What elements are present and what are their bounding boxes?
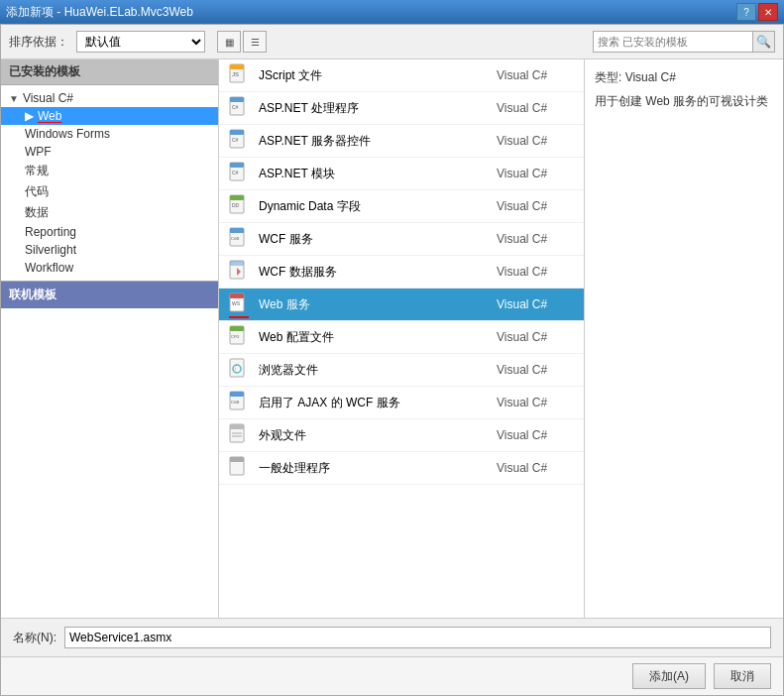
expand-arrow: ▼ (9, 93, 19, 104)
file-name-browser-file: 浏览器文件 (259, 362, 489, 379)
online-templates-label: 联机模板 (9, 288, 56, 301)
svg-text:C#⚙: C#⚙ (231, 400, 240, 405)
file-type-skin-file: Visual C# (497, 428, 576, 442)
tree-item-silverlight[interactable]: Silverlight (1, 241, 218, 259)
tree-label-web: Web (38, 109, 61, 123)
tree-item-data[interactable]: 数据 (1, 202, 218, 223)
search-input[interactable] (594, 36, 752, 48)
content-area: 已安装的模板 ▼ Visual C# ▶ Web Windows Forms W… (1, 59, 783, 618)
right-panel: 类型: Visual C# 用于创建 Web 服务的可视设计类 (585, 59, 783, 618)
file-icon-jscript: JS (227, 63, 251, 87)
tree-item-code[interactable]: 代码 (1, 181, 218, 202)
svg-text:C#: C# (232, 104, 239, 110)
tree-label-silverlight: Silverlight (25, 243, 76, 257)
file-name-generic-handler: 一般处理程序 (259, 460, 489, 477)
file-name-web-config: Web 配置文件 (259, 329, 489, 346)
file-item-dynamic-data[interactable]: DD Dynamic Data 字段 Visual C# (219, 190, 584, 223)
file-type-wcf-service: Visual C# (497, 232, 576, 246)
title-bar-controls: ? ✕ (736, 3, 778, 21)
file-item-web-config[interactable]: CFG Web 配置文件 Visual C# (219, 321, 584, 354)
file-item-wcf-service[interactable]: C#⚙ WCF 服务 Visual C# (219, 223, 584, 256)
file-item-aspnet-module[interactable]: C# ASP.NET 模块 Visual C# (219, 158, 584, 190)
file-item-browser-file[interactable]: i 浏览器文件 Visual C# (219, 354, 584, 387)
search-button[interactable]: 🔍 (752, 32, 774, 52)
file-type-aspnet-handler: Visual C# (497, 101, 576, 115)
tree-item-wpf[interactable]: WPF (1, 143, 218, 161)
tree-item-visual-c[interactable]: ▼ Visual C# (1, 89, 218, 107)
file-type-generic-handler: Visual C# (497, 461, 576, 475)
svg-rect-38 (230, 457, 244, 462)
file-list: JS JScript 文件 Visual C# C# (219, 59, 584, 618)
file-icon-web-config: CFG (227, 325, 251, 349)
middle-panel: JS JScript 文件 Visual C# C# (219, 59, 585, 618)
list-view-button[interactable]: ☰ (243, 31, 267, 53)
file-type-web-service: Visual C# (497, 297, 576, 311)
tree-item-workflow[interactable]: Workflow (1, 259, 218, 277)
close-button[interactable]: ✕ (758, 3, 778, 21)
sort-select[interactable]: 默认值 (76, 31, 205, 53)
file-icon-wcf-data-service (227, 260, 251, 284)
file-name-aspnet-server-control: ASP.NET 服务器控件 (259, 133, 489, 150)
svg-text:i: i (235, 366, 236, 372)
file-icon-aspnet-server-control: C# (227, 129, 251, 153)
file-name-ajax-wcf: 启用了 AJAX 的 WCF 服务 (259, 395, 489, 411)
file-type-dynamic-data: Visual C# (497, 199, 576, 213)
file-name-wcf-data-service: WCF 数据服务 (259, 264, 489, 281)
svg-rect-20 (230, 261, 244, 266)
file-icon-aspnet-module: C# (227, 162, 251, 185)
svg-text:JS: JS (232, 71, 239, 77)
svg-rect-10 (230, 163, 244, 168)
tree-label-visual-c: Visual C# (23, 91, 73, 105)
file-name-skin-file: 外观文件 (259, 427, 489, 444)
bottom-section: 名称(N): 添加(A) 取消 (1, 618, 783, 695)
file-icon-dynamic-data: DD (227, 194, 251, 218)
tree-arrow-web: ▶ (25, 109, 34, 123)
file-type-aspnet-module: Visual C# (497, 167, 576, 180)
svg-rect-25 (230, 326, 244, 331)
cancel-button[interactable]: 取消 (714, 663, 771, 689)
tree-label-general: 常规 (25, 163, 49, 179)
file-item-aspnet-handler[interactable]: C# ASP.NET 处理程序 Visual C# (219, 92, 584, 125)
file-type-wcf-data-service: Visual C# (497, 265, 576, 279)
svg-rect-22 (230, 293, 244, 298)
file-name-jscript: JScript 文件 (259, 67, 489, 84)
tree-item-general[interactable]: 常规 (1, 161, 218, 181)
file-icon-web-service: WS (227, 292, 251, 316)
tree-label-data: 数据 (25, 204, 49, 221)
svg-text:CFG: CFG (231, 334, 239, 339)
tree-item-windows-forms[interactable]: Windows Forms (1, 125, 218, 143)
tree-label-workflow: Workflow (25, 261, 73, 275)
svg-rect-4 (230, 97, 244, 102)
file-item-generic-handler[interactable]: 一般处理程序 Visual C# (219, 452, 584, 485)
file-item-aspnet-server-control[interactable]: C# ASP.NET 服务器控件 Visual C# (219, 125, 584, 158)
file-item-jscript[interactable]: JS JScript 文件 Visual C# (219, 59, 584, 92)
svg-rect-31 (230, 392, 244, 397)
dialog-title: 添加新项 - HuaWei.ELab.Mvc3Web (6, 4, 193, 21)
help-button[interactable]: ? (736, 3, 756, 21)
svg-rect-7 (230, 130, 244, 135)
tree-label-wpf: WPF (25, 145, 52, 159)
info-type: 类型: Visual C# (595, 69, 773, 86)
svg-rect-13 (230, 195, 244, 200)
tree-item-web[interactable]: ▶ Web (1, 107, 218, 125)
info-description: 用于创建 Web 服务的可视设计类 (595, 92, 773, 111)
file-item-ajax-wcf[interactable]: C#⚙ 启用了 AJAX 的 WCF 服务 Visual C# (219, 387, 584, 419)
add-button[interactable]: 添加(A) (632, 663, 706, 689)
tree-item-reporting[interactable]: Reporting (1, 223, 218, 241)
grid-view-button[interactable]: ▦ (217, 31, 241, 53)
name-row: 名称(N): (1, 619, 783, 656)
file-item-wcf-data-service[interactable]: WCF 数据服务 Visual C# (219, 256, 584, 289)
name-input[interactable] (64, 627, 771, 648)
online-templates-section[interactable]: 联机模板 (1, 281, 218, 308)
file-item-web-service[interactable]: WS Web 服务 Visual C# (219, 289, 584, 321)
button-row: 添加(A) 取消 (1, 656, 783, 695)
file-item-skin-file[interactable]: 外观文件 Visual C# (219, 419, 584, 452)
installed-templates-header: 已安装的模板 (1, 59, 218, 85)
svg-text:C#: C# (232, 170, 239, 175)
file-icon-aspnet-handler: C# (227, 96, 251, 120)
file-name-aspnet-module: ASP.NET 模块 (259, 166, 489, 182)
left-panel: 已安装的模板 ▼ Visual C# ▶ Web Windows Forms W… (1, 59, 219, 618)
file-type-web-config: Visual C# (497, 330, 576, 344)
file-name-wcf-service: WCF 服务 (259, 231, 489, 248)
svg-text:WS: WS (232, 300, 241, 306)
